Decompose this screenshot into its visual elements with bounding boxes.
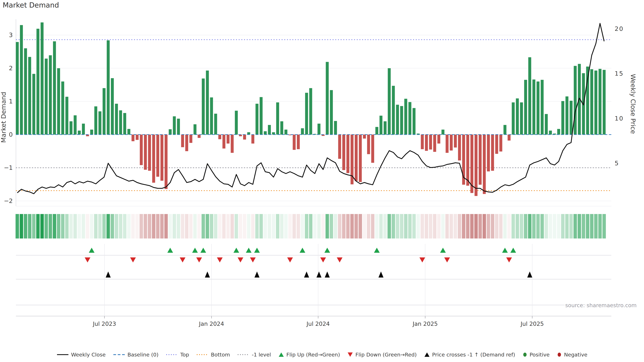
- demand-bar: [590, 69, 593, 135]
- heatmap-cell: [516, 214, 519, 239]
- heatmap-cell: [160, 214, 164, 239]
- heatmap-cell: [164, 214, 168, 239]
- demand-bar: [119, 110, 122, 135]
- heatmap-cell: [16, 214, 19, 239]
- y-right-tick-label: 10: [615, 115, 624, 122]
- heatmap-cell: [404, 214, 408, 239]
- heatmap-cell: [334, 214, 337, 239]
- heatmap-cell: [313, 214, 317, 239]
- heatmap-cell: [338, 214, 342, 239]
- demand-bar: [305, 93, 308, 135]
- heatmap-cell: [388, 214, 391, 239]
- heatmap-cell: [309, 214, 312, 239]
- demand-bar: [487, 135, 490, 171]
- demand-bar: [384, 121, 386, 135]
- heatmap-cell: [268, 214, 271, 239]
- heatmap-cell: [392, 214, 395, 239]
- demand-bar: [598, 69, 602, 135]
- demand-bar: [408, 102, 412, 135]
- heatmap-cell: [193, 214, 197, 239]
- heatmap-cell: [230, 214, 234, 239]
- demand-bar: [367, 135, 370, 154]
- chart-legend: Weekly Close Baseline (0) Top Bottom -1 …: [0, 352, 644, 358]
- heatmap-cell: [115, 214, 118, 239]
- demand-bar: [594, 70, 598, 135]
- demand-bar: [235, 111, 238, 135]
- demand-bar: [561, 101, 564, 135]
- demand-bar: [396, 105, 399, 135]
- heatmap-cell: [400, 214, 404, 239]
- demand-bar: [264, 131, 267, 135]
- demand-bar: [570, 101, 572, 135]
- heatmap-cell: [454, 214, 457, 239]
- demand-bar: [24, 48, 27, 135]
- heatmap-cell: [478, 214, 482, 239]
- demand-bar: [404, 99, 407, 135]
- price-cross-marker: [527, 272, 532, 278]
- heatmap-cell: [156, 214, 160, 239]
- flip-down-marker: [130, 257, 136, 263]
- demand-bar: [210, 97, 213, 135]
- flip-down-marker: [196, 257, 202, 263]
- flip-up-marker: [502, 248, 508, 253]
- demand-bar: [218, 135, 221, 139]
- legend-triangle-down-icon: [347, 352, 353, 357]
- heatmap-cell: [425, 214, 428, 239]
- flip-down-marker: [337, 257, 342, 263]
- demand-bar: [53, 41, 56, 135]
- demand-bar: [532, 79, 536, 135]
- heatmap-cell: [458, 214, 461, 239]
- demand-bar: [268, 125, 271, 135]
- demand-bar: [70, 121, 72, 135]
- heatmap-cell: [544, 214, 548, 239]
- legend-label: Baseline (0): [128, 352, 158, 358]
- heatmap-cell: [317, 214, 321, 239]
- demand-bar: [98, 111, 102, 135]
- heatmap-cell: [561, 214, 565, 239]
- y-left-tick-label: 1: [9, 98, 13, 105]
- demand-bar: [61, 81, 64, 135]
- demand-bar: [359, 135, 362, 182]
- demand-bar: [495, 135, 498, 154]
- heatmap-cell: [152, 214, 156, 239]
- demand-bar: [252, 135, 254, 143]
- demand-bar: [16, 42, 19, 135]
- demand-bar: [140, 135, 143, 165]
- demand-bar: [128, 129, 130, 135]
- legend-line-swatch: [57, 353, 69, 357]
- flip-up-marker: [440, 248, 446, 253]
- legend-item: Positive: [522, 352, 550, 358]
- legend-label: -1 level: [252, 352, 271, 358]
- heatmap-cell: [135, 214, 139, 239]
- flip-up-marker: [192, 248, 198, 253]
- heatmap-cell: [532, 214, 536, 239]
- demand-bar: [189, 135, 192, 143]
- demand-bar: [231, 135, 234, 153]
- heatmap-cell: [350, 214, 354, 239]
- demand-bar: [256, 104, 258, 135]
- heatmap-cell: [90, 214, 94, 239]
- heatmap-cell: [144, 214, 147, 239]
- heatmap-cell: [247, 214, 250, 239]
- demand-bar: [173, 116, 176, 135]
- demand-bar: [164, 135, 168, 189]
- heatmap-cell: [569, 214, 573, 239]
- demand-bar: [458, 135, 461, 160]
- heatmap-cell: [181, 214, 184, 239]
- flip-down-marker: [180, 257, 186, 263]
- x-tick-label: Jul 2024: [306, 321, 330, 327]
- demand-bar: [280, 121, 283, 135]
- y-left-tick-label: 3: [9, 31, 13, 38]
- demand-bar: [524, 80, 527, 135]
- y-left-tick-label: −2: [4, 197, 13, 204]
- heatmap-cell: [540, 214, 544, 239]
- price-cross-marker: [254, 272, 260, 278]
- heatmap-cell: [499, 214, 502, 239]
- demand-bar: [94, 106, 97, 135]
- heatmap-cell: [69, 214, 73, 239]
- demand-bar: [297, 135, 300, 149]
- demand-bar: [412, 108, 416, 135]
- demand-bar: [160, 135, 164, 181]
- demand-heatmap: [16, 214, 606, 239]
- demand-bar: [433, 135, 436, 152]
